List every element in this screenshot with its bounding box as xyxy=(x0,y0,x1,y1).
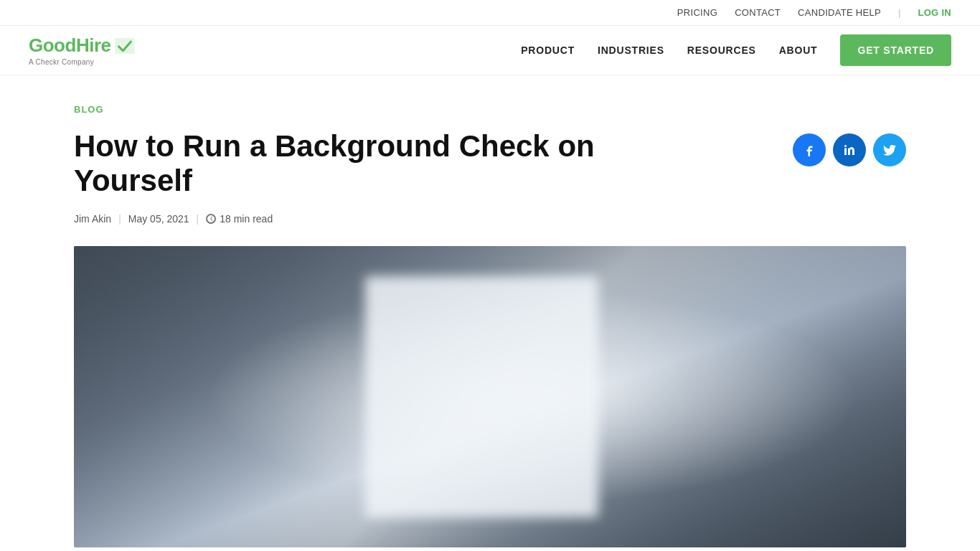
blog-label: BLOG xyxy=(74,104,906,115)
article-hero-image xyxy=(74,246,906,547)
read-time-label: 18 min read xyxy=(220,213,273,225)
pricing-link[interactable]: PRICING xyxy=(677,7,717,18)
meta-separator-2: | xyxy=(197,213,199,225)
page-content: BLOG How to Run a Background Check on Yo… xyxy=(45,75,935,547)
nav-product[interactable]: PRODUCT xyxy=(521,44,575,56)
article-date: May 05, 2021 xyxy=(128,213,189,225)
logo-name: GoodHire xyxy=(29,34,110,57)
facebook-icon xyxy=(806,143,813,156)
logo-checkmark-icon xyxy=(115,38,135,54)
nav-divider: | xyxy=(898,7,900,18)
contact-link[interactable]: CONTACT xyxy=(735,7,781,18)
nav-menu: PRODUCT INDUSTRIES RESOURCES ABOUT GET S… xyxy=(521,34,951,66)
linkedin-share-button[interactable] xyxy=(833,133,866,166)
top-utility-bar: PRICING CONTACT CANDIDATE HELP | LOG IN xyxy=(0,0,980,26)
logo[interactable]: GoodHire A Checkr Company xyxy=(29,34,135,66)
meta-separator-1: | xyxy=(118,213,121,225)
main-navigation: GoodHire A Checkr Company PRODUCT INDUST… xyxy=(0,26,980,75)
candidate-help-link[interactable]: CANDIDATE HELP xyxy=(798,7,881,18)
facebook-share-button[interactable] xyxy=(793,133,826,166)
social-share-buttons xyxy=(793,133,906,166)
article-meta: Jim Akin | May 05, 2021 | 18 min read xyxy=(74,213,906,225)
article-author: Jim Akin xyxy=(74,213,111,225)
login-link[interactable]: LOG IN xyxy=(918,7,951,18)
clock-icon xyxy=(206,214,216,224)
nav-industries[interactable]: INDUSTRIES xyxy=(598,44,664,56)
article-title: How to Run a Background Check on Yoursel… xyxy=(74,129,720,199)
svg-rect-1 xyxy=(844,149,847,156)
linkedin-icon xyxy=(844,144,855,156)
twitter-icon xyxy=(883,145,896,156)
nav-about[interactable]: ABOUT xyxy=(779,44,818,56)
get-started-button[interactable]: GET STARTED xyxy=(840,34,951,66)
svg-point-2 xyxy=(844,145,847,147)
read-time: 18 min read xyxy=(206,213,273,225)
twitter-share-button[interactable] xyxy=(873,133,906,166)
article-header: How to Run a Background Check on Yoursel… xyxy=(74,129,906,199)
nav-resources[interactable]: RESOURCES xyxy=(687,44,756,56)
logo-subtitle: A Checkr Company xyxy=(29,58,94,66)
